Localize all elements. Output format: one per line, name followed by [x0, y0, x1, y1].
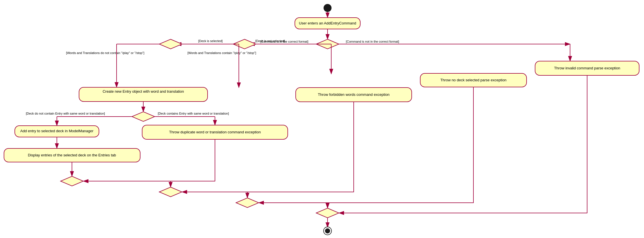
throw-invalid-text: Throw invalid command parse exception: [554, 66, 620, 70]
throw-forbidden-text: Throw forbidden words command exception: [318, 92, 390, 97]
add-entry-modelmanager-text: Add entry to selected deck in ModelManag…: [20, 129, 94, 133]
svg-rect-3: [0, 0, 644, 238]
throw-nodeck-text: Throw no deck selected parse exception: [440, 78, 507, 82]
label-deck-selected: [Deck is selected]: [198, 39, 223, 43]
start-node: [324, 4, 332, 12]
main-diagram: User enters an AddEntryCommand [Command …: [0, 0, 644, 238]
label-no-forbidden: [Words and Translations do not contain "…: [66, 51, 144, 55]
label-has-forbidden: [Words and Translations contain "/play" …: [187, 51, 256, 55]
throw-duplicate-text: Throw duplicate word or translation comm…: [169, 130, 261, 134]
label-deck-not-selected: [Deck is not selected]: [255, 39, 285, 43]
display-entries-text: Display entries of the selected deck on …: [28, 153, 116, 157]
addentrycommand-text: User enters an AddEntryCommand: [299, 21, 356, 25]
create-entry-text1: Create new Entry object with word and tr…: [103, 89, 184, 94]
label-not-correct-format: [Command is not in the correct format]: [346, 40, 399, 43]
label-has-duplicate: [Deck contains Entry with same word or t…: [158, 112, 229, 115]
label-no-duplicate: [Deck do not contain Entry with same wor…: [26, 112, 105, 115]
end-inner-circle: [325, 228, 330, 233]
